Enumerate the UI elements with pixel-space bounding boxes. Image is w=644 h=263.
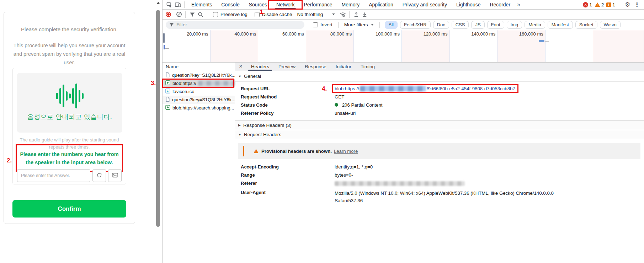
filter-input[interactable]: Filter <box>166 21 304 29</box>
checkbox-icon <box>213 12 218 17</box>
request-url-value[interactable]: blob:https:// /9d66f80b-e5a2-454f-9808-d… <box>335 86 515 91</box>
timeline-cell: 60,000 ms <box>258 30 306 62</box>
timeline-cell: 20,000 ms <box>163 30 211 62</box>
clear-network-log-button[interactable] <box>175 10 183 19</box>
error-icon: ✕ <box>583 2 588 7</box>
network-toolbar: Preserve log Disable cache No throttling <box>163 10 644 20</box>
warning-accent-bar <box>243 146 244 156</box>
more-filters-dropdown[interactable]: More filters <box>344 22 374 27</box>
network-overview-timeline[interactable]: 20,000 ms 40,000 ms 60,000 ms 80,000 ms … <box>163 30 644 63</box>
search-icon[interactable] <box>196 10 205 19</box>
record-network-log-button[interactable] <box>166 12 171 17</box>
blurred-referer-value <box>335 181 465 186</box>
issues-badge[interactable]: 1 <box>606 2 615 7</box>
request-method-row: Request Method GET <box>235 93 644 101</box>
media-play-icon <box>165 105 170 111</box>
annotation-number-2: 2. <box>7 157 12 164</box>
throttling-dropdown[interactable]: No throttling <box>297 12 335 17</box>
headers-panel: ▼ General Request URL blob:https:// /9d6… <box>235 71 644 263</box>
chip-socket[interactable]: Socket <box>575 21 597 29</box>
import-har-icon[interactable] <box>352 10 360 19</box>
chip-css[interactable]: CSS <box>452 21 469 29</box>
device-toolbar-button[interactable] <box>174 0 182 9</box>
tab-network[interactable]: Network 1. <box>272 0 299 10</box>
settings-gear-icon[interactable]: ⚙ <box>625 1 630 8</box>
image-file-icon <box>165 88 170 95</box>
detail-tab-headers[interactable]: Headers <box>246 63 274 71</box>
request-row-question-1[interactable]: question?key=S1Q8L2HtY6k... <box>163 71 235 79</box>
captcha-description: This procedure will help you secure your… <box>10 42 128 67</box>
page-scrollbar[interactable] <box>155 0 161 263</box>
scroll-up-arrow-icon[interactable] <box>156 2 160 4</box>
audio-status-korean: 음성으로 안내되고 있습니다. <box>17 113 122 121</box>
tab-application[interactable]: Application <box>364 0 398 10</box>
chip-img[interactable]: Img <box>507 21 522 29</box>
timeline-cell <box>545 30 594 62</box>
network-conditions-icon[interactable] <box>339 10 347 19</box>
response-headers-section-header[interactable]: ▶ Response Headers (3) <box>235 120 644 130</box>
request-row-blob-selected[interactable]: blob:https:// 3. <box>163 79 235 87</box>
devtools-panel: Elements Console Sources Network 1. Perf… <box>162 0 644 263</box>
request-row-favicon[interactable]: favicon.ico <box>163 87 235 96</box>
devtools-menu-icon[interactable]: ⋮ <box>633 1 641 8</box>
detail-tab-initiator[interactable]: Initiator <box>331 63 356 71</box>
tab-sources[interactable]: Sources <box>244 0 272 10</box>
waterfall-mark-right-tail <box>545 41 549 42</box>
timeline-cell: 140,000 ms <box>450 30 498 62</box>
chip-manifest[interactable]: Manifest <box>548 21 573 29</box>
request-headers-section-header[interactable]: ▼ Request Headers <box>235 130 644 139</box>
scrollbar-thumb[interactable] <box>156 10 160 227</box>
name-column-header[interactable]: Name <box>163 63 235 71</box>
tab-lighthouse[interactable]: Lighthouse <box>452 0 485 10</box>
tab-memory[interactable]: Memory <box>337 0 364 10</box>
timeline-cell: 160,000 ms <box>497 30 545 62</box>
chip-media[interactable]: Media <box>525 21 545 29</box>
close-icon[interactable]: × <box>235 63 246 71</box>
general-section-header[interactable]: ▼ General <box>235 71 644 82</box>
chip-font[interactable]: Font <box>487 21 504 29</box>
chip-js[interactable]: JS <box>471 21 484 29</box>
request-detail-panel: × Headers Preview Response Initiator Tim… <box>235 63 644 263</box>
tab-console[interactable]: Console <box>217 0 244 10</box>
errors-badge[interactable]: ✕ 1 <box>583 2 592 7</box>
request-url-row: Request URL blob:https:// /9d66f80b-e5a2… <box>235 82 644 93</box>
answer-input[interactable] <box>17 169 90 182</box>
tab-elements[interactable]: Elements <box>187 0 217 10</box>
learn-more-link[interactable]: Learn more <box>334 149 358 154</box>
tab-performance[interactable]: Performance <box>299 0 337 10</box>
divider <box>379 22 380 28</box>
status-value: 206 Partial Content <box>335 102 644 108</box>
document-icon <box>165 97 170 103</box>
detail-tab-preview[interactable]: Preview <box>274 63 300 71</box>
detail-tab-response[interactable]: Response <box>300 63 331 71</box>
inspect-element-button[interactable] <box>165 0 174 9</box>
detail-tabbar: × Headers Preview Response Initiator Tim… <box>235 63 644 71</box>
waterfall-mark-left-tail <box>165 48 169 49</box>
devtools-tabbar: Elements Console Sources Network 1. Perf… <box>163 0 644 10</box>
more-tabs-icon[interactable]: » <box>515 1 522 8</box>
warning-icon <box>254 149 259 153</box>
image-captcha-button[interactable] <box>108 169 122 182</box>
confirm-button[interactable]: Confirm <box>12 200 126 218</box>
filter-toggle-icon[interactable] <box>188 10 196 19</box>
export-har-icon[interactable] <box>360 10 369 19</box>
disable-cache-checkbox[interactable]: Disable cache <box>255 12 292 17</box>
refresh-audio-button[interactable] <box>92 169 106 182</box>
chevron-down-icon <box>332 14 335 15</box>
preserve-log-checkbox[interactable]: Preserve log <box>213 12 248 17</box>
triangle-closed-icon: ▶ <box>238 123 241 127</box>
tab-privacy-and-security[interactable]: Privacy and security <box>398 0 452 10</box>
detail-tab-timing[interactable]: Timing <box>356 63 379 71</box>
tab-recorder[interactable]: Recorder <box>485 0 515 10</box>
request-row-question-2[interactable]: question?key=S1Q8L2HtY6k... <box>163 96 235 104</box>
chip-fetch-xhr[interactable]: Fetch/XHR <box>400 21 431 29</box>
chip-all[interactable]: All <box>385 21 398 29</box>
triangle-open-icon: ▼ <box>238 75 241 78</box>
annotation-box-2: 2. Please enter the numbers you hear fro… <box>16 144 123 172</box>
request-row-blob-search[interactable]: blob:https://search.shopping... <box>163 104 235 112</box>
chip-doc[interactable]: Doc <box>433 21 449 29</box>
invert-checkbox[interactable]: Invert <box>313 22 332 27</box>
chip-wasm[interactable]: Wasm <box>600 21 621 29</box>
warnings-badge[interactable]: 2 <box>595 2 604 7</box>
checkbox-icon <box>313 22 318 27</box>
